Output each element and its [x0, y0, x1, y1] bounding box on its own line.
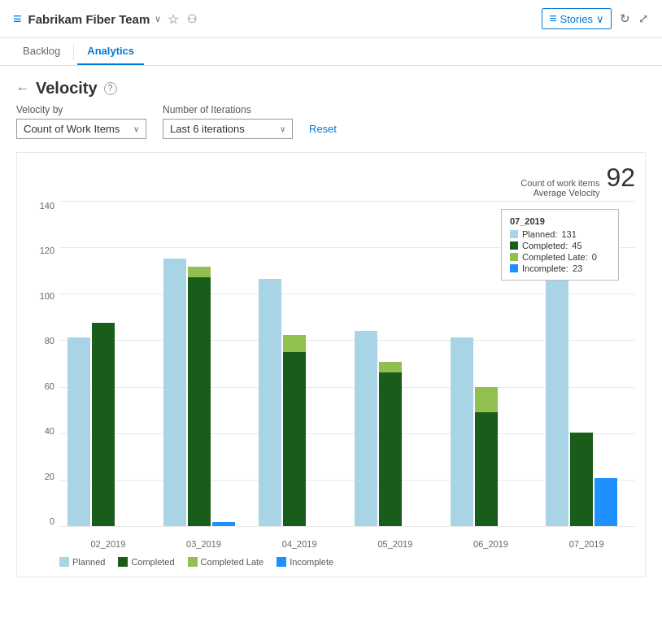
tooltip-completed-label: Completed:: [522, 241, 568, 250]
tooltip-planned-label: Planned:: [522, 229, 557, 239]
x-label-05_2019: 05_2019: [355, 539, 436, 549]
bar-completed-late-05_2019[interactable]: [379, 362, 402, 372]
bar-completed-06_2019[interactable]: [475, 412, 498, 526]
bar-completed-05_2019[interactable]: [379, 372, 402, 526]
team-members-icon[interactable]: ⚇: [187, 12, 198, 25]
expand-icon[interactable]: ⤢: [638, 11, 649, 26]
avg-velocity-value: 92: [606, 163, 635, 193]
legend-planned-swatch: [59, 557, 69, 567]
tooltip-planned-swatch: [510, 230, 518, 238]
chart-area: Count of work items Average Velocity 92 …: [16, 152, 646, 577]
stories-icon: ≡: [549, 11, 556, 26]
y-label-100: 100: [40, 291, 54, 301]
tooltip-completed-swatch: [510, 242, 518, 250]
tab-divider: [73, 44, 74, 60]
stories-chevron-icon: ∨: [596, 13, 604, 25]
bar-planned-06_2019[interactable]: [451, 337, 473, 526]
bar-group-07_2019: [546, 256, 627, 526]
tooltip-completed-late-value: 0: [592, 252, 597, 262]
velocity-by-select[interactable]: Count of Work Items ∨: [16, 119, 146, 139]
velocity-by-value: Count of Work Items: [24, 123, 120, 135]
iterations-value: Last 6 iterations: [170, 123, 245, 135]
stories-label: Stories: [560, 13, 593, 25]
bar-completed-02_2019[interactable]: [92, 323, 115, 526]
velocity-by-label: Velocity by: [16, 104, 146, 115]
bar-group-02_2019: [68, 323, 149, 526]
refresh-icon[interactable]: ↻: [620, 11, 630, 26]
tooltip-incomplete-label: Incomplete:: [522, 263, 568, 273]
y-label-120: 120: [40, 246, 54, 255]
bar-completed-07_2019[interactable]: [570, 433, 593, 526]
bar-stack-06_2019: [475, 387, 498, 526]
legend-completed-late-label: Completed Late: [201, 557, 264, 567]
bar-stack-07_2019: [570, 433, 593, 526]
tooltip-completed-row: Completed: 45: [510, 241, 610, 250]
bar-completed-late-03_2019[interactable]: [188, 267, 211, 277]
header-actions: ☆ ⚇: [168, 11, 198, 27]
tab-backlog[interactable]: Backlog: [13, 38, 70, 65]
legend-incomplete: Incomplete: [277, 557, 333, 567]
tooltip-title: 07_2019: [510, 216, 610, 226]
bar-completed-late-04_2019[interactable]: [283, 335, 306, 351]
tooltip-incomplete-value: 23: [573, 263, 582, 273]
legend-completed-late-swatch: [188, 557, 198, 567]
bar-planned-02_2019[interactable]: [68, 337, 90, 526]
bar-planned-07_2019[interactable]: [546, 256, 568, 526]
filters-row: Velocity by Count of Work Items ∨ Number…: [16, 104, 646, 139]
bar-incomplete-03_2019[interactable]: [212, 522, 235, 526]
tooltip-incomplete-swatch: [510, 264, 518, 272]
app-icon: ≡: [13, 11, 22, 28]
tooltip-incomplete-row: Incomplete: 23: [510, 263, 610, 273]
header-right: ≡ Stories ∨ ↻ ⤢: [542, 8, 649, 29]
page-title-row: ← Velocity ?: [16, 79, 646, 98]
stories-button[interactable]: ≡ Stories ∨: [542, 8, 612, 29]
back-button[interactable]: ←: [16, 81, 29, 96]
bar-completed-late-06_2019[interactable]: [475, 387, 498, 412]
legend-planned-label: Planned: [72, 557, 105, 567]
reset-button[interactable]: Reset: [309, 123, 337, 139]
nav-tabs: Backlog Analytics: [0, 38, 662, 66]
bar-group-03_2019: [163, 259, 245, 526]
legend-completed-label: Completed: [131, 557, 174, 567]
y-label-20: 20: [45, 472, 54, 481]
bar-group-05_2019: [355, 331, 436, 526]
x-label-07_2019: 07_2019: [546, 539, 627, 549]
chart-header: Count of work items Average Velocity 92: [27, 163, 635, 198]
chart-metric-label2: Average Velocity: [520, 188, 599, 198]
bar-group-04_2019: [259, 279, 340, 526]
bar-stack-04_2019: [283, 335, 306, 526]
bar-incomplete-07_2019[interactable]: [594, 478, 617, 526]
iterations-filter: Number of Iterations Last 6 iterations ∨: [163, 104, 293, 139]
chart-legend: Planned Completed Completed Late Incompl…: [27, 557, 635, 567]
legend-planned: Planned: [59, 557, 105, 567]
y-label-80: 80: [45, 336, 54, 346]
chart-plot: 07_2019 Planned: 131 Completed: 45 Compl…: [59, 201, 635, 550]
velocity-by-chevron-icon: ∨: [133, 124, 139, 133]
bar-planned-03_2019[interactable]: [163, 259, 186, 526]
team-chevron-icon[interactable]: ∨: [155, 14, 161, 24]
legend-completed: Completed: [118, 557, 174, 567]
bar-group-06_2019: [451, 337, 532, 526]
y-label-40: 40: [45, 426, 54, 436]
x-label-03_2019: 03_2019: [163, 539, 245, 549]
tooltip-completed-late-row: Completed Late: 0: [510, 252, 610, 262]
tooltip-completed-value: 45: [572, 241, 581, 250]
x-label-06_2019: 06_2019: [451, 539, 532, 549]
y-axis: 140 120 100 80 60 40 20 0: [27, 201, 59, 526]
app-header: ≡ Fabrikam Fiber Team ∨ ☆ ⚇ ≡ Stories ∨ …: [0, 0, 662, 38]
bar-completed-03_2019[interactable]: [188, 277, 211, 526]
bar-completed-04_2019[interactable]: [283, 352, 306, 526]
x-labels: 02_201903_201904_201905_201906_201907_20…: [59, 539, 635, 549]
favorite-icon[interactable]: ☆: [168, 11, 179, 27]
iterations-select[interactable]: Last 6 iterations ∨: [163, 119, 293, 139]
velocity-by-filter: Velocity by Count of Work Items ∨: [16, 104, 146, 139]
y-label-60: 60: [45, 381, 54, 391]
bar-stack-03_2019: [188, 267, 211, 526]
bar-planned-05_2019[interactable]: [355, 331, 377, 526]
help-icon[interactable]: ?: [104, 82, 117, 95]
x-label-04_2019: 04_2019: [259, 539, 340, 549]
bar-planned-04_2019[interactable]: [259, 279, 281, 526]
tab-analytics[interactable]: Analytics: [77, 38, 144, 65]
iterations-chevron-icon: ∨: [280, 124, 285, 133]
y-label-140: 140: [40, 201, 54, 211]
